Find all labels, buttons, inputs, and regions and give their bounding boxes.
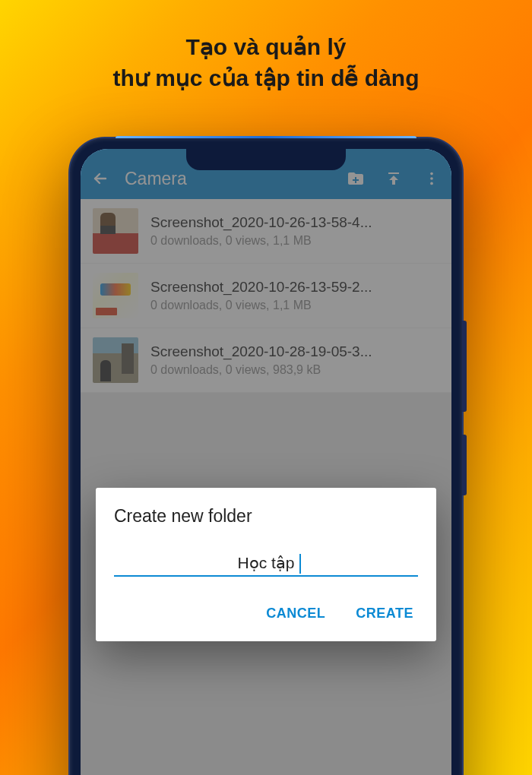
promo-title: Tạo và quản lý thư mục của tập tin dễ dà… — [0, 0, 532, 93]
side-button — [462, 321, 467, 412]
notch — [186, 149, 346, 170]
app-root: Camera Screenshot_2 — [81, 149, 451, 775]
phone-screen: Camera Screenshot_2 — [81, 149, 451, 775]
side-button — [462, 435, 467, 495]
create-button[interactable]: CREATE — [351, 599, 418, 628]
dialog-title: Create new folder — [114, 506, 418, 527]
text-cursor — [299, 554, 301, 574]
folder-name-field-wrap — [114, 554, 418, 577]
phone-frame: Camera Screenshot_2 — [68, 137, 464, 775]
modal-scrim[interactable] — [81, 149, 451, 775]
cancel-button[interactable]: CANCEL — [261, 599, 330, 628]
promo-line-2: thư mục của tập tin dễ dàng — [0, 63, 532, 94]
promo-line-1: Tạo và quản lý — [0, 32, 532, 63]
folder-name-input[interactable] — [114, 554, 418, 572]
create-folder-dialog: Create new folder CANCEL CREATE — [96, 488, 436, 641]
dialog-actions: CANCEL CREATE — [114, 599, 418, 634]
